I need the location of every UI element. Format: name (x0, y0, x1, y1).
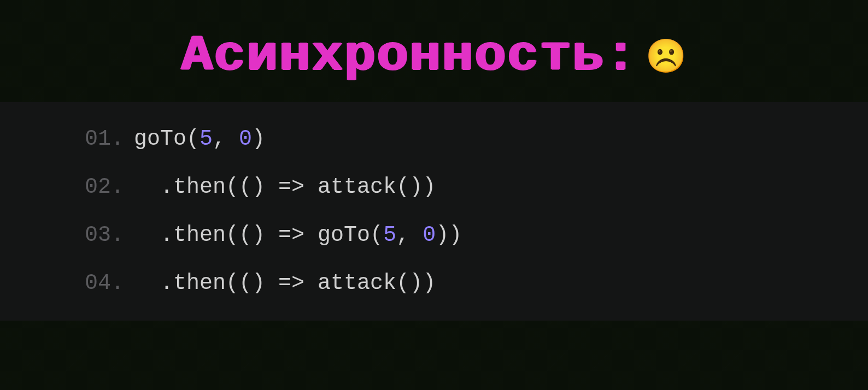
code-token (304, 271, 318, 296)
code-token (304, 175, 318, 199)
code-token: (() (226, 271, 278, 296)
slide-title: Асинхронность: ☹️ (0, 0, 868, 102)
code-token: ()) (396, 271, 436, 296)
line-number: 02. (85, 174, 134, 200)
line-number: 04. (85, 270, 134, 297)
code-token: then (173, 175, 226, 199)
code-token: goTo (134, 127, 186, 151)
code-content: .then(() => goTo(5, 0)) (134, 222, 462, 249)
code-token: , (396, 223, 423, 247)
code-token: . (160, 175, 173, 199)
code-token: attack (318, 175, 396, 199)
code-token: )) (436, 223, 462, 247)
code-token: then (173, 271, 226, 296)
code-token: (() (226, 175, 278, 199)
slide: Асинхронность: ☹️ 01.goTo(5, 0)02. .then… (0, 0, 868, 390)
code-token: ()) (396, 175, 436, 199)
code-token: => (278, 223, 304, 247)
slide-title-text: Асинхронность: (181, 28, 638, 85)
code-token: , (213, 127, 239, 151)
code-token: 5 (383, 223, 396, 247)
code-token: then (173, 223, 226, 247)
code-block: 01.goTo(5, 0)02. .then(() => attack())03… (0, 102, 868, 321)
code-token: (() (226, 223, 278, 247)
code-token (304, 223, 318, 247)
code-token: ( (186, 127, 200, 151)
line-number: 01. (85, 126, 134, 152)
code-line: 03. .then(() => goTo(5, 0)) (0, 211, 868, 259)
code-line: 04. .then(() => attack()) (0, 259, 868, 308)
code-token: 5 (200, 127, 213, 151)
code-token: => (278, 271, 304, 296)
code-indent (134, 223, 160, 247)
code-line: 01.goTo(5, 0) (0, 115, 868, 163)
code-content: .then(() => attack()) (134, 174, 436, 200)
code-indent (134, 271, 160, 296)
code-token: 0 (239, 127, 252, 151)
code-content: goTo(5, 0) (134, 126, 265, 152)
code-token: 0 (423, 223, 436, 247)
sad-face-icon: ☹️ (646, 42, 687, 75)
code-token: => (278, 175, 304, 199)
code-token: goTo (318, 223, 370, 247)
code-token: . (160, 271, 173, 296)
code-line: 02. .then(() => attack()) (0, 163, 868, 211)
code-content: .then(() => attack()) (134, 270, 436, 297)
line-number: 03. (85, 222, 134, 249)
code-indent (134, 175, 160, 199)
code-token: . (160, 223, 173, 247)
code-token: attack (318, 271, 396, 296)
code-token: ( (370, 223, 383, 247)
code-token: ) (252, 127, 265, 151)
